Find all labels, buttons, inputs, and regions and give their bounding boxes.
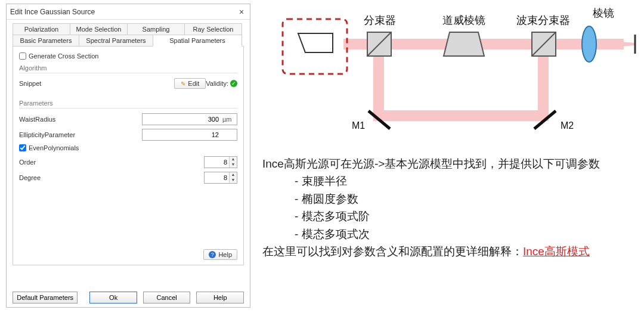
label-dove-prism: 道威棱镜 [442,13,485,27]
waist-radius-label: WaistRadius [19,116,142,123]
svg-point-13 [582,26,596,62]
tab-sampling[interactable]: Sampling [127,23,185,35]
ok-button[interactable]: Ok [89,292,137,303]
order-input[interactable] [205,159,229,166]
ellipticity-label: EllipticityParameter [19,131,142,138]
order-stepper[interactable]: ▲▼ [204,156,237,168]
default-parameters-button[interactable]: Default Parameters [13,292,78,303]
even-polynomials-label: EvenPolynomials [29,144,79,151]
label-splitter: 分束器 [364,13,396,27]
waist-radius-unit: µm [221,116,237,123]
tab-spectral-parameters[interactable]: Spectral Parameters [79,35,153,47]
chevron-down-icon[interactable]: ▼ [230,178,237,183]
chevron-up-icon[interactable]: ▲ [230,157,237,162]
svg-marker-7 [298,33,333,52]
tab-ray-selection[interactable]: Ray Selection [184,23,242,35]
cancel-button[interactable]: Cancel [143,292,191,303]
svg-rect-4 [538,49,549,118]
label-beam-splitter: 波束分束器 [516,13,570,27]
chevron-up-icon[interactable]: ▲ [230,172,237,178]
check-icon: ✓ [230,80,237,87]
optical-diagram: 分束器 道威棱镜 波束分束器 棱镜 M1 M2 [262,6,638,143]
desc-bullet-3: - 模态多项式阶 [262,207,638,225]
waist-radius-input[interactable] [143,116,221,123]
help-icon: ? [209,251,216,258]
generate-cross-section-checkbox[interactable]: Generate Cross Section [19,52,237,60]
desc-line-2: 在这里可以找到对参数含义和源配置的更详细解释：Ince高斯模式 [262,243,638,260]
degree-label: Degree [19,174,112,181]
generate-cross-section-input[interactable] [19,52,26,60]
desc-bullet-1: - 束腰半径 [262,172,638,190]
label-prism: 棱镜 [593,6,614,20]
waist-radius-field[interactable]: µm [142,113,237,125]
tab-panel: Generate Cross Section Algorithm Snippet… [13,46,244,265]
dialog-window: Edit Ince Gaussian Source × Polarization… [6,4,250,308]
edit-button[interactable]: ✎ Edit [174,78,206,89]
explanation-area: 分束器 道威棱镜 波束分束器 棱镜 M1 M2 Ince高斯光源可在光源->基本… [262,6,638,261]
degree-stepper[interactable]: ▲▼ [204,172,237,184]
tab-row-2: Basic Parameters Spectral Parameters Spa… [13,35,244,46]
validity-indicator: Validity: ✓ [206,80,237,87]
tab-basic-parameters[interactable]: Basic Parameters [13,35,79,47]
generate-cross-section-label: Generate Cross Section [29,52,98,60]
ellipticity-field[interactable] [142,129,237,141]
description-text: Ince高斯光源可在光源->基本光源模型中找到，并提供以下可调参数 - 束腰半径… [262,155,638,261]
pencil-icon: ✎ [181,80,185,87]
close-icon[interactable]: × [237,7,246,17]
desc-bullet-4: - 模态多项式次 [262,225,638,243]
label-m2: M2 [561,120,574,131]
degree-input[interactable] [205,174,229,181]
desc-bullet-2: - 椭圆度参数 [262,190,638,207]
help-button[interactable]: Help [196,292,244,303]
dialog-title: Edit Ince Gaussian Source [10,8,95,16]
even-polynomials-input[interactable] [19,144,26,151]
tab-row-1: Polarization Mode Selection Sampling Ray… [13,23,244,35]
parameters-group-label: Parameters [19,100,237,107]
ince-gaussian-mode-link[interactable]: Ince高斯模式 [523,245,590,258]
svg-rect-3 [373,49,384,118]
even-polynomials-checkbox[interactable]: EvenPolynomials [19,144,237,151]
svg-rect-5 [373,110,549,121]
tab-spatial-parameters[interactable]: Spatial Parameters [153,35,242,47]
snippet-label: Snippet [19,80,174,87]
desc-line-1: Ince高斯光源可在光源->基本光源模型中找到，并提供以下可调参数 [262,155,638,172]
panel-help-button[interactable]: ? Help [203,249,237,260]
ellipticity-input[interactable] [143,131,221,138]
order-label: Order [19,159,112,166]
label-m1: M1 [352,120,365,131]
svg-marker-10 [444,32,484,56]
tab-mode-selection[interactable]: Mode Selection [70,23,128,35]
tab-polarization[interactable]: Polarization [13,23,70,35]
dialog-button-bar: Default Parameters Ok Cancel Help [13,292,244,303]
algorithm-group-label: Algorithm [19,64,237,72]
chevron-down-icon[interactable]: ▼ [230,162,237,168]
titlebar: Edit Ince Gaussian Source × [7,4,250,20]
